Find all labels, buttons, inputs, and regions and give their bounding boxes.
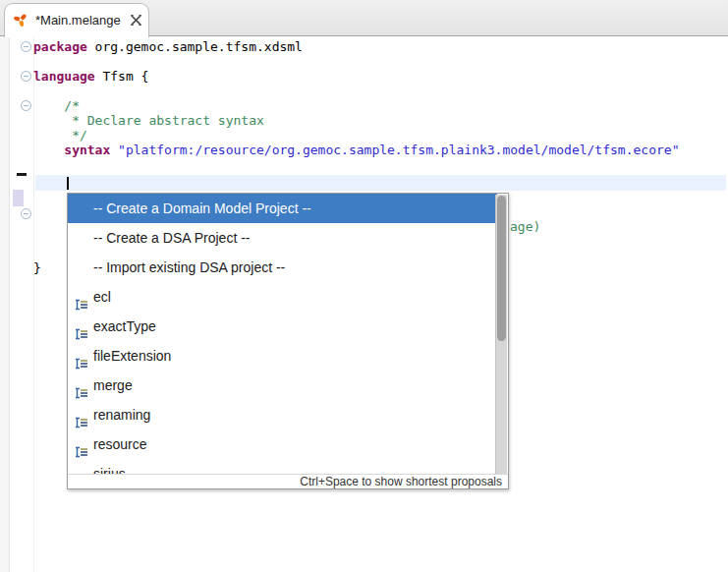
annotation-ruler (0, 36, 10, 572)
keyword-proposal-icon (75, 320, 88, 332)
keyword-proposal-icon (75, 350, 88, 362)
code-segment: org.gemoc.sample.tfsm.xdsml (87, 39, 303, 54)
occluded-code-fragment: age) (510, 219, 540, 234)
keyword-proposal-icon (75, 438, 88, 450)
code-segment: Tfsm { (95, 69, 149, 84)
keyword-proposal-icon (75, 379, 88, 391)
proposal-item[interactable]: -- Create a Domain Model Project -- (68, 194, 497, 223)
proposal-label: fileExtension (93, 348, 171, 364)
code-segment (110, 143, 118, 157)
keyword-proposal-icon (75, 409, 88, 421)
proposal-label: renaming (93, 407, 150, 423)
code-line[interactable]: syntax "platform:/resource/org.gemoc.sam… (33, 143, 679, 157)
range-indicator-annotation (13, 190, 24, 206)
keyword-proposal-icon (75, 291, 88, 303)
proposal-label: resource (93, 436, 146, 452)
proposal-label: ecl (93, 289, 111, 305)
code-segment: /* (33, 98, 80, 113)
proposal-item[interactable]: ecl (68, 282, 508, 312)
proposal-item[interactable]: sirius (68, 459, 508, 475)
editor-tab-bar: *Main.melange (0, 0, 728, 36)
gutter-dash-marker (17, 173, 27, 176)
code-segment: package (33, 39, 87, 54)
code-segment: "platform:/resource/org.gemoc.sample.tfs… (118, 143, 679, 157)
code-line[interactable]: * Declare abstract syntax (33, 113, 679, 128)
folding-ruler (11, 36, 34, 572)
code-line[interactable]: language Tfsm { (33, 69, 679, 84)
code-segment: * Declare abstract syntax (33, 113, 264, 128)
code-line[interactable] (33, 84, 679, 98)
proposal-item[interactable]: fileExtension (68, 341, 508, 371)
code-line[interactable]: */ (33, 128, 679, 143)
proposal-item[interactable]: resource (68, 429, 508, 459)
code-segment: language (33, 69, 95, 84)
proposal-item[interactable]: -- Create a DSA Project -- (68, 223, 508, 253)
code-segment (33, 143, 64, 157)
proposal-label: -- Import existing DSA project -- (93, 259, 285, 275)
proposal-label: -- Create a Domain Model Project -- (93, 200, 311, 216)
content-assist-popup: -- Create a Domain Model Project -- -- C… (67, 193, 509, 489)
code-segment: } (33, 260, 41, 275)
code-line[interactable] (33, 172, 679, 187)
proposal-list[interactable]: -- Create a Domain Model Project -- -- C… (68, 194, 508, 475)
code-segment: */ (33, 128, 87, 143)
collapse-minus-icon[interactable] (21, 208, 31, 219)
code-line[interactable] (33, 157, 679, 172)
eclipse-editor-window: *Main.melange (0, 0, 728, 572)
code-line[interactable] (33, 54, 679, 69)
proposal-status-hint: Ctrl+Space to show shortest proposals (68, 474, 508, 488)
collapse-minus-icon[interactable] (21, 100, 31, 111)
collapse-minus-icon[interactable] (21, 71, 31, 82)
code-segment: syntax (64, 143, 110, 157)
proposal-label: exactType (93, 318, 156, 334)
proposal-label: -- Create a DSA Project -- (93, 230, 251, 246)
proposal-item[interactable]: -- Import existing DSA project -- (68, 253, 508, 282)
code-line[interactable]: /* (33, 98, 679, 113)
proposal-item[interactable]: merge (68, 371, 508, 400)
popup-scrollbar-thumb[interactable] (497, 196, 506, 341)
code-line[interactable]: package org.gemoc.sample.tfsm.xdsml (33, 39, 679, 54)
proposal-label: merge (93, 377, 133, 393)
collapse-minus-icon[interactable] (21, 41, 31, 52)
tab-title: *Main.melange (35, 13, 121, 28)
popup-scrollbar[interactable] (495, 195, 507, 474)
melange-logo-icon (13, 12, 28, 28)
tab-main-melange[interactable]: *Main.melange (4, 3, 149, 37)
proposal-item[interactable]: renaming (68, 400, 508, 429)
source-editor[interactable]: package org.gemoc.sample.tfsm.xdsmllangu… (0, 36, 728, 572)
close-icon[interactable] (129, 13, 143, 28)
proposal-item[interactable]: exactType (68, 312, 508, 341)
